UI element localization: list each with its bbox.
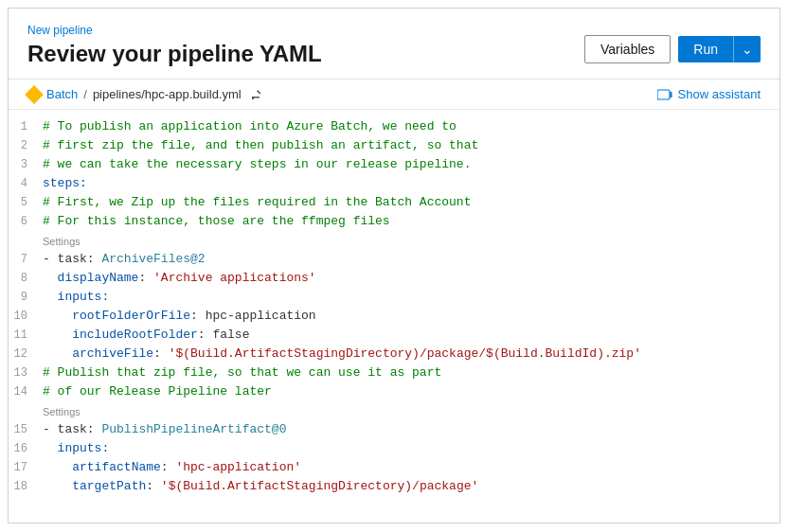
breadcrumb-filename[interactable]: pipelines/hpc-app.build.yml (93, 87, 242, 101)
line-number: 9 (9, 288, 43, 307)
line-number: 17 (9, 458, 43, 477)
header-left: New pipeline Review your pipeline YAML (27, 24, 322, 67)
line-content: # Publish that zip file, so that we can … (43, 364, 779, 382)
line-number: 18 (9, 477, 43, 496)
line-number: 1 (9, 117, 43, 136)
section-label: Settings (9, 233, 779, 250)
line-content: displayName: 'Archive applications' (43, 269, 779, 288)
line-number: 5 (9, 193, 43, 212)
code-line: 10 rootFolderOrFile: hpc-application (9, 307, 779, 326)
line-content: - task: ArchiveFiles@2 (43, 250, 779, 269)
code-line: 4steps: (9, 174, 779, 193)
run-button-group: Run ⌄ (678, 36, 761, 62)
line-content: steps: (43, 174, 779, 193)
line-content: # First, we Zip up the files required in… (43, 193, 779, 212)
line-content: inputs: (43, 439, 779, 458)
toolbar: Batch / pipelines/hpc-app.build.yml Show… (9, 80, 779, 110)
line-content (43, 496, 779, 515)
code-line: 11 includeRootFolder: false (9, 326, 779, 345)
pipeline-diamond-icon (25, 85, 44, 104)
svg-rect-2 (252, 97, 254, 99)
code-line: 12 archiveFile: '$(Build.ArtifactStaging… (9, 345, 779, 364)
line-content: includeRootFolder: false (43, 326, 779, 345)
page-title: Review your pipeline YAML (27, 41, 322, 67)
comment-text: # we can take the necessary steps in our… (43, 157, 471, 171)
code-line: 1# To publish an application into Azure … (9, 117, 779, 136)
comment-text: # first zip the file, and then publish a… (43, 138, 478, 152)
line-content: archiveFile: '$(Build.ArtifactStagingDir… (43, 345, 779, 364)
code-line: 8 displayName: 'Archive applications' (9, 269, 779, 288)
run-button[interactable]: Run (678, 36, 733, 62)
line-number: 8 (9, 269, 43, 288)
code-line: 6# For this instance, those are the ffmp… (9, 212, 779, 231)
line-content: # first zip the file, and then publish a… (43, 136, 779, 155)
header-right: Variables Run ⌄ (584, 35, 761, 67)
line-number: 13 (9, 364, 43, 382)
code-line: 17 artifactName: 'hpc-application' (9, 458, 779, 477)
comment-text: # To publish an application into Azure B… (43, 119, 457, 133)
line-content: - task: PublishPipelineArtifact@0 (43, 420, 779, 439)
edit-icon[interactable] (251, 88, 264, 101)
section-label: Settings (9, 403, 779, 420)
code-editor: 1# To publish an application into Azure … (9, 110, 779, 523)
line-number: 11 (9, 326, 43, 345)
show-assistant-label: Show assistant (678, 87, 761, 101)
code-line: 16 inputs: (9, 439, 779, 458)
svg-rect-3 (657, 90, 670, 99)
header: New pipeline Review your pipeline YAML V… (9, 9, 779, 80)
variables-button[interactable]: Variables (584, 35, 671, 63)
code-line: 5# First, we Zip up the files required i… (9, 193, 779, 212)
breadcrumb-separator: / (83, 87, 87, 101)
show-assistant-button[interactable]: Show assistant (657, 87, 761, 101)
breadcrumb-batch[interactable]: Batch (46, 87, 78, 101)
line-content: artifactName: 'hpc-application' (43, 458, 779, 477)
line-content: # To publish an application into Azure B… (43, 117, 779, 136)
new-pipeline-label: New pipeline (27, 24, 322, 37)
svg-rect-4 (670, 92, 672, 98)
code-line: 9 inputs: (9, 288, 779, 307)
line-number: 14 (9, 382, 43, 401)
line-content: targetPath: '$(Build.ArtifactStagingDire… (43, 477, 779, 496)
line-number: 2 (9, 136, 43, 155)
yaml-key: steps: (43, 176, 87, 190)
line-number: 10 (9, 307, 43, 326)
line-content: inputs: (43, 288, 779, 307)
code-line: 15- task: PublishPipelineArtifact@0 (9, 420, 779, 439)
comment-text: # Publish that zip file, so that we can … (43, 365, 441, 380)
svg-rect-1 (257, 90, 261, 95)
line-number: 12 (9, 345, 43, 364)
code-line: 3# we can take the necessary steps in ou… (9, 155, 779, 174)
comment-text: # of our Release Pipeline later (43, 384, 272, 399)
code-line: 7- task: ArchiveFiles@2 (9, 250, 779, 269)
run-dropdown-button[interactable]: ⌄ (733, 36, 761, 62)
line-number: 15 (9, 420, 43, 439)
comment-text: # For this instance, those are the ffmpe… (43, 214, 390, 228)
code-line: 13# Publish that zip file, so that we ca… (9, 364, 779, 382)
line-number: 4 (9, 174, 43, 193)
line-number: 6 (9, 212, 43, 231)
comment-text: # First, we Zip up the files required in… (43, 195, 471, 209)
line-number: 3 (9, 155, 43, 174)
assistant-icon (657, 89, 672, 100)
line-content: # For this instance, those are the ffmpe… (43, 212, 779, 231)
line-number: 16 (9, 439, 43, 458)
line-content: rootFolderOrFile: hpc-application (43, 307, 779, 326)
breadcrumb: Batch / pipelines/hpc-app.build.yml (27, 87, 264, 101)
line-content: # we can take the necessary steps in our… (43, 155, 779, 174)
line-number: 7 (9, 250, 43, 269)
main-container: New pipeline Review your pipeline YAML V… (8, 8, 780, 523)
line-content: # of our Release Pipeline later (43, 382, 779, 401)
code-line (9, 496, 779, 515)
code-line: 18 targetPath: '$(Build.ArtifactStagingD… (9, 477, 779, 496)
code-line: 14# of our Release Pipeline later (9, 382, 779, 401)
code-line: 2# first zip the file, and then publish … (9, 136, 779, 155)
